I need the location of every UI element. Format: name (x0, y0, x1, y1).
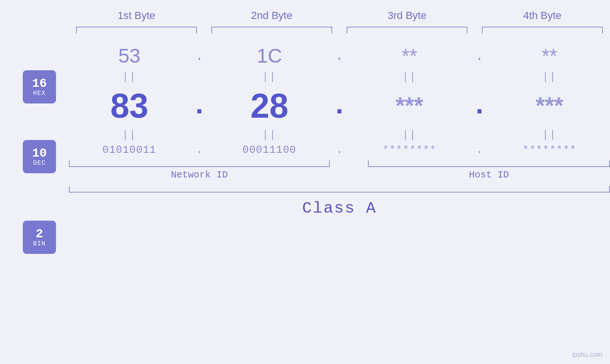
eq1-byte4: || (489, 71, 610, 83)
eq2-byte4: || (489, 129, 610, 141)
dec-dot3: . (470, 90, 489, 122)
watermark: ipshu.com (572, 351, 602, 358)
bracket-byte1 (76, 27, 197, 35)
byte3-header: 3rd Byte (339, 9, 475, 22)
bin-byte4-value: ******** (523, 144, 577, 156)
bin-byte2-value: 00011100 (243, 144, 297, 156)
bin-byte1-cell: 01010011 (69, 144, 190, 156)
network-id-label: Network ID (69, 169, 330, 180)
dec-base-num: 10 (32, 147, 47, 159)
dec-dot1: . (190, 90, 209, 122)
bin-dot3: . (470, 144, 489, 156)
byte4-header: 4th Byte (475, 9, 610, 22)
eq1-byte3: || (349, 71, 470, 83)
hex-byte1-cell: 53 (69, 45, 190, 67)
eq2-byte3: || (349, 129, 470, 141)
rows-area: 53 . 1C . ** . ** || || (0, 45, 610, 217)
bin-badge: 2 BIN (23, 221, 56, 254)
byte-headers: 1st Byte 2nd Byte 3rd Byte 4th Byte (0, 9, 610, 22)
hex-dot2: . (330, 49, 349, 64)
bin-byte1-value: 01010011 (103, 144, 157, 156)
dec-badge: 10 DEC (23, 140, 56, 173)
hex-byte1-value: 53 (118, 45, 141, 67)
bracket-byte3 (347, 27, 468, 35)
bin-value-cells: 01010011 . 00011100 . ******** . *******… (69, 144, 610, 156)
eq1-byte2: || (209, 71, 330, 83)
hex-badge: 16 HEX (23, 70, 56, 103)
dec-byte2-cell: 28 (209, 86, 330, 125)
bin-byte3-cell: ******** (349, 144, 470, 156)
dec-byte2-value: 28 (250, 87, 288, 125)
bin-dot2: . (330, 144, 349, 156)
dec-byte1-cell: 83 (69, 86, 190, 125)
bin-byte4-cell: ******** (489, 144, 610, 156)
bin-byte3-value: ******** (383, 144, 437, 156)
label-row: Network ID Host ID (69, 169, 610, 180)
class-label-row: Class A (69, 199, 610, 217)
hex-value-cells: 53 . 1C . ** . ** (69, 45, 610, 67)
equals-row2: || || || || (69, 125, 610, 144)
bin-base-label: BIN (33, 240, 46, 247)
dec-value-cells: 83 . 28 . *** . *** (69, 86, 610, 125)
class-bracket (69, 186, 610, 196)
hex-byte2-cell: 1C (209, 45, 330, 67)
byte1-header: 1st Byte (69, 9, 204, 22)
dec-byte4-cell: *** (489, 92, 610, 120)
bracket-byte2 (211, 27, 332, 35)
host-id-bracket (368, 159, 610, 167)
hex-dot3: . (470, 49, 489, 64)
dec-byte1-value: 83 (110, 87, 148, 125)
eq1-byte1: || (69, 71, 190, 83)
hex-byte3-value: ** (402, 45, 417, 67)
hex-byte4-cell: ** (489, 45, 610, 67)
hex-byte4-value: ** (542, 45, 557, 67)
dec-dot2: . (330, 90, 349, 122)
hex-byte2-value: 1C (257, 45, 282, 67)
main-container: 1st Byte 2nd Byte 3rd Byte 4th Byte 16 H… (0, 0, 610, 364)
bottom-brackets (69, 159, 610, 167)
equals-row1: || || || || (69, 67, 610, 86)
network-id-bracket (69, 159, 330, 167)
bin-dot1: . (190, 144, 209, 156)
class-bracket-line (69, 186, 610, 193)
eq2-byte1: || (69, 129, 190, 141)
class-label: Class A (302, 199, 377, 217)
bin-base-num: 2 (36, 228, 43, 240)
hex-dot1: . (190, 49, 209, 64)
host-id-label: Host ID (368, 169, 610, 180)
hex-byte3-cell: ** (349, 45, 470, 67)
bin-byte2-cell: 00011100 (209, 144, 330, 156)
eq2-byte2: || (209, 129, 330, 141)
dec-base-label: DEC (33, 159, 46, 167)
dec-byte4-value: *** (535, 93, 563, 119)
dec-byte3-value: *** (395, 93, 423, 119)
top-brackets (0, 27, 610, 35)
hex-base-num: 16 (32, 77, 47, 90)
hex-base-label: HEX (33, 90, 46, 97)
bracket-byte4 (482, 27, 603, 35)
byte2-header: 2nd Byte (204, 9, 339, 22)
dec-byte3-cell: *** (349, 92, 470, 120)
